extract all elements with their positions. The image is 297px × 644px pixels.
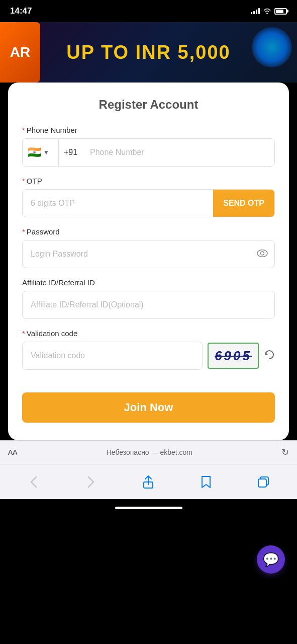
otp-field-group: * OTP SEND OTP: [22, 177, 275, 217]
url-display[interactable]: Небезопасно — ekbet.com: [24, 448, 275, 456]
validation-input[interactable]: [22, 342, 203, 370]
affiliate-label: Affiliate ID/Referral ID: [22, 278, 275, 287]
svg-point-2: [261, 252, 264, 255]
card-title: Register Account: [22, 98, 275, 112]
country-selector[interactable]: 🇮🇳 ▼: [23, 139, 59, 166]
password-wrapper: [22, 240, 275, 268]
india-flag: 🇮🇳: [28, 147, 41, 158]
affiliate-input[interactable]: [22, 291, 275, 319]
banner-text: UP TO INR 5,000: [66, 42, 230, 63]
phone-field-group: * Phone Number 🇮🇳 ▼ +91: [22, 126, 275, 167]
country-code: +91: [59, 148, 84, 157]
home-bar: [115, 507, 182, 509]
battery-icon: [274, 8, 287, 15]
tabs-button[interactable]: [252, 471, 274, 493]
phone-wrapper: 🇮🇳 ▼ +91: [22, 138, 275, 167]
banner: AR UP TO INR 5,000: [0, 22, 297, 83]
chat-icon: 💬: [263, 552, 279, 568]
forward-button[interactable]: [80, 471, 102, 493]
register-card: Register Account * Phone Number 🇮🇳 ▼ +91…: [8, 83, 289, 440]
phone-label: * Phone Number: [22, 126, 275, 134]
send-otp-button[interactable]: SEND OTP: [213, 190, 274, 217]
status-icons: [251, 8, 287, 15]
signal-icon: [251, 8, 260, 14]
status-bar: 14:47: [0, 0, 297, 22]
banner-ar-label: AR: [0, 22, 40, 83]
reload-icon[interactable]: ↻: [281, 447, 289, 458]
phone-required-star: *: [22, 126, 25, 134]
captcha-text: 6905: [215, 348, 252, 364]
join-now-button[interactable]: Join Now: [22, 392, 275, 423]
otp-input[interactable]: [23, 190, 213, 217]
affiliate-field-group: Affiliate ID/Referral ID: [22, 278, 275, 319]
captcha-box: 6905: [208, 343, 259, 369]
validation-field-group: * Validation code 6905: [22, 329, 275, 370]
validation-label: * Validation code: [22, 329, 275, 338]
svg-point-0: [266, 13, 267, 14]
password-label: * Password: [22, 227, 275, 236]
status-time: 14:47: [10, 6, 32, 16]
wifi-icon: [263, 8, 271, 14]
bookmark-button[interactable]: [195, 471, 217, 493]
password-required-star: *: [22, 227, 25, 236]
phone-input[interactable]: [84, 139, 274, 166]
banner-neon-decoration: [252, 27, 292, 67]
otp-required-star: *: [22, 177, 25, 185]
browser-bar: AA Небезопасно — ekbet.com ↻: [0, 440, 297, 464]
refresh-captcha-icon[interactable]: [264, 349, 275, 363]
otp-wrapper: SEND OTP: [22, 189, 275, 217]
home-indicator: [0, 499, 297, 516]
validation-required-star: *: [22, 329, 25, 338]
validation-wrapper: 6905: [22, 342, 275, 370]
otp-label: * OTP: [22, 177, 275, 185]
chat-support-button[interactable]: 💬: [257, 545, 285, 574]
password-input[interactable]: [22, 240, 275, 268]
back-button[interactable]: [23, 471, 45, 493]
bottom-nav: [0, 464, 297, 499]
share-button[interactable]: [137, 471, 159, 493]
chevron-down-icon: ▼: [43, 149, 49, 156]
svg-point-1: [257, 250, 267, 257]
aa-label[interactable]: AA: [8, 448, 18, 456]
eye-icon[interactable]: [257, 249, 268, 260]
password-field-group: * Password: [22, 227, 275, 268]
svg-rect-5: [258, 479, 266, 487]
